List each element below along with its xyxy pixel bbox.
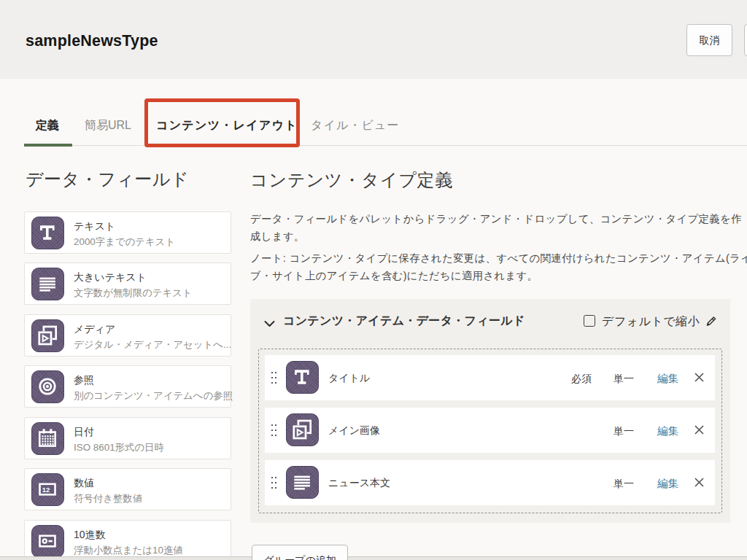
svg-text:12: 12 bbox=[42, 486, 50, 494]
